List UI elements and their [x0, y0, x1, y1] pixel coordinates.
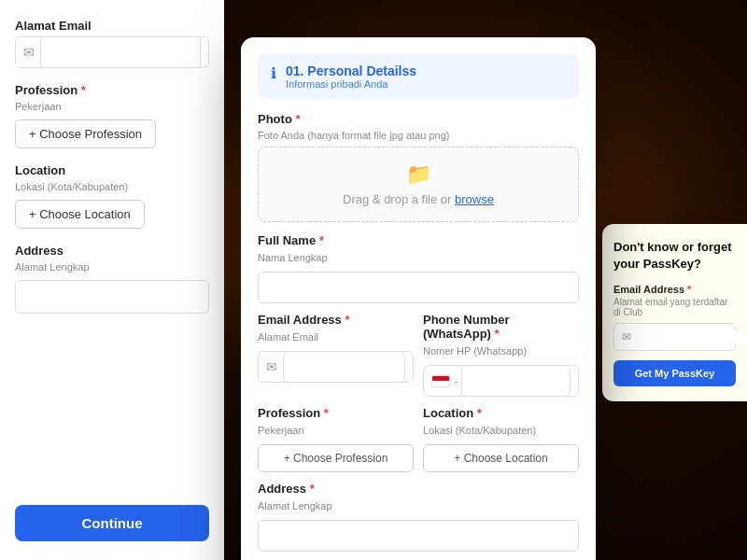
right-email-req: *	[687, 284, 691, 295]
fullname-sublabel: Nama Lengkap	[258, 252, 579, 263]
left-address-sublabel: Alamat Lengkap	[15, 261, 209, 273]
right-email-sublabel: Alamat email yang terdaftar di Club	[613, 297, 736, 317]
profession-location-row: Profession * Pekerjaan + Choose Professi…	[258, 406, 579, 472]
phone-sublabel: Nomer HP (Whatsapp)	[423, 345, 579, 357]
profession-required: *	[81, 83, 86, 97]
profession-label: Profession *	[258, 406, 414, 420]
left-profession-label: Profession *	[15, 83, 209, 97]
address-sublabel: Alamat Lengkap	[258, 500, 579, 511]
phone-dash: -	[454, 374, 458, 388]
left-email-icon: ✉	[23, 45, 35, 60]
left-address-group: Address Alamat Lengkap	[15, 244, 209, 314]
left-location-sublabel: Lokasi (Kota/Kabupaten)	[15, 181, 209, 192]
fullname-input[interactable]	[258, 272, 579, 303]
address-input[interactable]	[258, 520, 579, 552]
email-input[interactable]	[283, 351, 405, 383]
email-phone-row: Email Address * Alamat Email ✉ Phone Num…	[258, 313, 579, 397]
right-email-icon: ✉	[622, 330, 631, 343]
phone-input-wrap: -	[423, 365, 579, 397]
left-address-input[interactable]	[15, 280, 209, 314]
email-field-group: Email Address * Alamat Email ✉	[258, 313, 414, 397]
right-email-label: Email Address *	[613, 284, 736, 295]
left-email-input[interactable]	[40, 36, 201, 68]
left-choose-profession-btn[interactable]: + Choose Profession	[15, 119, 156, 148]
left-email-label: Alamat Email	[15, 19, 209, 33]
location-sublabel: Lokasi (Kota/Kabupaten)	[423, 425, 579, 436]
left-location-group: Location Lokasi (Kota/Kabupaten) + Choos…	[15, 163, 209, 229]
profession-sublabel: Pekerjaan	[258, 425, 414, 436]
info-icon: ℹ	[271, 64, 276, 82]
address-field-group: Address * Alamat Lengkap	[258, 482, 579, 552]
upload-text: Drag & drop a file or browse	[343, 192, 494, 206]
choose-location-btn[interactable]: + Choose Location	[423, 444, 579, 472]
step-info: 01. Personal Detailss Informasi pribadi …	[286, 63, 416, 90]
step-subtitle: Informasi pribadi Anda	[286, 78, 416, 90]
email-icon: ✉	[266, 359, 277, 374]
photo-sublabel: Foto Anda (hanya format file jpg atau pn…	[258, 130, 579, 141]
location-label: Location *	[423, 406, 579, 420]
fullname-field: Full Name * Nama Lengkap	[258, 233, 579, 303]
address-label: Address *	[258, 482, 579, 496]
left-address-label: Address	[15, 244, 209, 258]
right-email-wrap: ✉	[613, 323, 736, 351]
right-panel-title: Don't know or forget your PassKey?	[613, 239, 736, 273]
email-label: Email Address *	[258, 313, 414, 327]
right-email-input[interactable]	[636, 330, 747, 343]
right-panel: Don't know or forget your PassKey? Email…	[602, 224, 747, 401]
photo-label: Photo *	[258, 112, 579, 126]
left-profession-group: Profession * Pekerjaan + Choose Professi…	[15, 83, 209, 148]
left-panel: Alamat Email ✉ Profession * Pekerjaan + …	[0, 0, 224, 560]
flag-indonesia	[431, 375, 450, 387]
phone-field-group: Phone Number (WhatsApp) * Nomer HP (What…	[423, 313, 579, 397]
phone-input[interactable]	[461, 365, 571, 397]
step-title: 01. Personal Detailss	[286, 63, 416, 78]
left-profession-sublabel: Pekerjaan	[15, 101, 209, 112]
phone-label: Phone Number (WhatsApp) *	[423, 313, 579, 341]
main-modal: ℹ 01. Personal Detailss Informasi pribad…	[241, 37, 596, 560]
get-passkey-btn[interactable]: Get My PassKey	[613, 360, 736, 386]
continue-btn[interactable]: Continue	[15, 505, 209, 541]
folder-icon: 📁	[406, 162, 431, 187]
step-banner: ℹ 01. Personal Detailss Informasi pribad…	[258, 54, 579, 99]
email-sublabel: Alamat Email	[258, 331, 414, 343]
location-field-group: Location * Lokasi (Kota/Kabupaten) + Cho…	[423, 406, 579, 472]
email-input-wrap: ✉	[258, 351, 414, 383]
profession-field-group: Profession * Pekerjaan + Choose Professi…	[258, 406, 414, 472]
browse-link[interactable]: browse	[455, 192, 494, 206]
left-email-wrap: ✉	[15, 36, 209, 68]
left-choose-location-btn[interactable]: + Choose Location	[15, 200, 145, 229]
left-email-group: Alamat Email ✉	[15, 19, 209, 68]
choose-profession-btn[interactable]: + Choose Profession	[258, 444, 414, 472]
fullname-label: Full Name *	[258, 233, 579, 247]
photo-upload-area[interactable]: 📁 Drag & drop a file or browse	[258, 147, 579, 222]
left-location-label: Location	[15, 163, 209, 177]
